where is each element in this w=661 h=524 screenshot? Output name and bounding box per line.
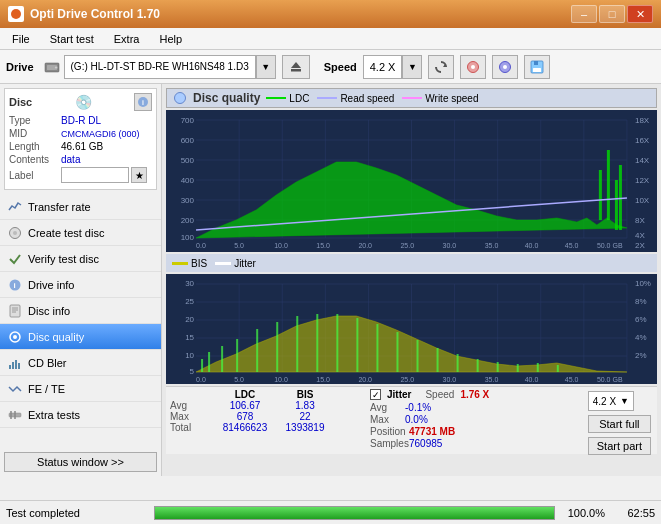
disc-icon: 💿 bbox=[75, 94, 92, 110]
svg-text:20: 20 bbox=[185, 315, 194, 324]
disc-info-button[interactable]: i bbox=[134, 93, 152, 111]
svg-text:700: 700 bbox=[181, 116, 195, 125]
svg-text:0.0: 0.0 bbox=[196, 376, 206, 383]
nav-verify-test-disc[interactable]: Verify test disc bbox=[0, 246, 161, 272]
minimize-button[interactable]: – bbox=[571, 5, 597, 23]
eject-button[interactable] bbox=[282, 55, 310, 79]
speed-value: 4.2 X bbox=[370, 61, 396, 73]
svg-text:5: 5 bbox=[190, 367, 195, 376]
toolbar: Drive (G:) HL-DT-ST BD-RE WH16NS48 1.D3 … bbox=[0, 50, 661, 84]
status-text: Test completed bbox=[6, 507, 146, 519]
svg-text:6%: 6% bbox=[635, 315, 647, 324]
menu-extra[interactable]: Extra bbox=[106, 31, 148, 47]
svg-text:50.0 GB: 50.0 GB bbox=[597, 242, 623, 249]
settings-button[interactable] bbox=[492, 55, 518, 79]
status-bar: Test completed 100.0% 62:55 bbox=[0, 500, 661, 524]
status-window-button[interactable]: Status window >> bbox=[4, 452, 157, 472]
svg-text:500: 500 bbox=[181, 156, 195, 165]
chart-title: Disc quality bbox=[193, 91, 260, 105]
svg-text:8X: 8X bbox=[635, 216, 645, 225]
speed-stat-value: 1.76 X bbox=[460, 389, 489, 400]
stats-table-left: LDC BIS Avg 106.67 1.83 Max 678 22 Tot bbox=[166, 387, 366, 454]
svg-point-10 bbox=[503, 65, 507, 69]
maximize-button[interactable]: □ bbox=[599, 5, 625, 23]
save-button[interactable] bbox=[524, 55, 550, 79]
fe-te-icon bbox=[8, 382, 22, 396]
svg-rect-141 bbox=[517, 364, 519, 372]
svg-text:10%: 10% bbox=[635, 279, 651, 288]
main-content: Disc 💿 i Type BD-R DL MID CMCMAGDI6 (000… bbox=[0, 84, 661, 476]
jitter-label: Jitter bbox=[387, 389, 411, 400]
verify-test-disc-icon bbox=[8, 252, 22, 266]
length-label: Length bbox=[9, 141, 61, 152]
svg-rect-142 bbox=[537, 363, 539, 372]
label-label: Label bbox=[9, 170, 61, 181]
time-display: 62:55 bbox=[613, 507, 655, 519]
svg-point-3 bbox=[54, 66, 57, 69]
svg-text:35.0: 35.0 bbox=[485, 242, 499, 249]
disc-info-icon bbox=[8, 304, 22, 318]
nav-create-test-disc-label: Create test disc bbox=[28, 227, 104, 239]
svg-text:2X: 2X bbox=[635, 241, 645, 250]
nav-drive-info[interactable]: i Drive info bbox=[0, 272, 161, 298]
nav-disc-quality[interactable]: Disc quality bbox=[0, 324, 161, 350]
start-part-button[interactable]: Start part bbox=[588, 437, 651, 455]
nav-fe-te[interactable]: FE / TE bbox=[0, 376, 161, 402]
svg-rect-138 bbox=[457, 354, 459, 372]
close-button[interactable]: ✕ bbox=[627, 5, 653, 23]
svg-rect-28 bbox=[15, 360, 17, 369]
type-label: Type bbox=[9, 115, 61, 126]
speed-dropdown-arrow[interactable]: ▼ bbox=[620, 396, 629, 406]
menu-help[interactable]: Help bbox=[151, 31, 190, 47]
jitter-checkbox[interactable]: ✓ bbox=[370, 389, 381, 400]
svg-point-8 bbox=[471, 65, 475, 69]
nav-disc-info-label: Disc info bbox=[28, 305, 70, 317]
drive-selector[interactable]: (G:) HL-DT-ST BD-RE WH16NS48 1.D3 bbox=[64, 55, 256, 79]
speed-dropdown-button[interactable]: ▼ bbox=[402, 55, 422, 79]
svg-rect-140 bbox=[497, 362, 499, 372]
nav-create-test-disc[interactable]: Create test disc bbox=[0, 220, 161, 246]
length-value: 46.61 GB bbox=[61, 141, 103, 152]
svg-rect-128 bbox=[256, 329, 258, 372]
speed-selector[interactable]: 4.2 X bbox=[363, 55, 403, 79]
menu-start-test[interactable]: Start test bbox=[42, 31, 102, 47]
burn-button[interactable] bbox=[460, 55, 486, 79]
menu-bar: File Start test Extra Help bbox=[0, 28, 661, 50]
svg-rect-136 bbox=[417, 340, 419, 372]
refresh-button[interactable] bbox=[428, 55, 454, 79]
avg-label: Avg bbox=[170, 400, 210, 411]
drive-dropdown-button[interactable]: ▼ bbox=[256, 55, 276, 79]
speed-dropdown-val: 4.2 X bbox=[593, 396, 616, 407]
menu-file[interactable]: File bbox=[4, 31, 38, 47]
svg-text:0.0: 0.0 bbox=[196, 242, 206, 249]
svg-text:2%: 2% bbox=[635, 351, 647, 360]
svg-point-25 bbox=[13, 335, 17, 339]
svg-rect-124 bbox=[201, 359, 203, 372]
label-star-button[interactable]: ★ bbox=[131, 167, 147, 183]
svg-text:12X: 12X bbox=[635, 176, 650, 185]
create-test-disc-icon bbox=[8, 226, 22, 240]
read-speed-legend-color bbox=[317, 97, 337, 99]
svg-text:45.0: 45.0 bbox=[565, 242, 579, 249]
svg-rect-125 bbox=[208, 352, 210, 372]
nav-transfer-rate[interactable]: Transfer rate bbox=[0, 194, 161, 220]
svg-text:4X: 4X bbox=[635, 231, 645, 240]
nav-disc-info[interactable]: Disc info bbox=[0, 298, 161, 324]
nav-extra-tests[interactable]: Extra tests bbox=[0, 402, 161, 428]
svg-rect-126 bbox=[221, 346, 223, 372]
bis-header: BIS bbox=[280, 389, 330, 400]
speed-stat-label: Speed bbox=[425, 389, 454, 400]
total-label: Total bbox=[170, 422, 210, 433]
svg-text:25.0: 25.0 bbox=[400, 376, 414, 383]
type-value: BD-R DL bbox=[61, 115, 101, 126]
total-bis: 1393819 bbox=[280, 422, 330, 433]
svg-text:30.0: 30.0 bbox=[443, 242, 457, 249]
label-input[interactable] bbox=[61, 167, 129, 183]
svg-text:15.0: 15.0 bbox=[316, 242, 330, 249]
svg-rect-5 bbox=[291, 69, 301, 72]
nav-cd-bler[interactable]: CD Bler bbox=[0, 350, 161, 376]
jitter-legend-label: Jitter bbox=[234, 258, 256, 269]
start-full-button[interactable]: Start full bbox=[588, 415, 651, 433]
stats-jitter-speed: ✓ Jitter Speed 1.76 X Avg -0.1% Max 0.0% bbox=[366, 387, 582, 454]
disc-quality-icon bbox=[8, 330, 22, 344]
